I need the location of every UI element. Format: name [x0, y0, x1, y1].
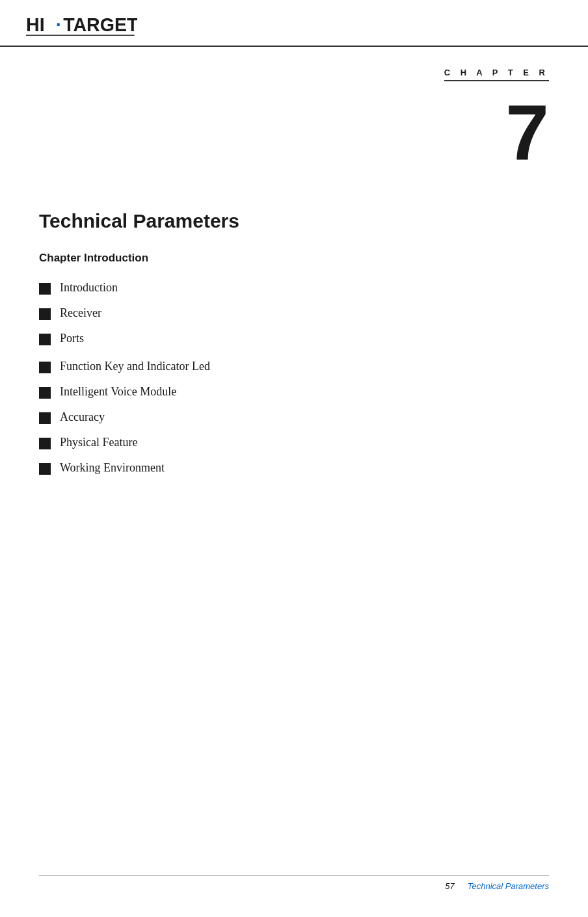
list-item: Accuracy — [39, 410, 549, 424]
toc-label: Working Environment — [60, 461, 165, 475]
list-item: Intelligent Voice Module — [39, 385, 549, 399]
footer: 57 Technical Parameters — [0, 875, 588, 891]
toc-list: Introduction Receiver Ports Function Key… — [39, 281, 549, 475]
bullet-icon — [39, 362, 51, 373]
page: HI · TARGET C H A P T E R 7 Technical Pa… — [0, 0, 588, 917]
list-item: Physical Feature — [39, 436, 549, 449]
bullet-icon — [39, 387, 51, 399]
chapter-section: C H A P T E R 7 — [0, 47, 588, 184]
page-number: 57 — [445, 881, 454, 891]
bullet-icon — [39, 283, 51, 295]
list-item: Working Environment — [39, 461, 549, 475]
bullet-icon — [39, 308, 51, 320]
list-item: Function Key and Indicator Led — [39, 360, 549, 373]
page-title: Technical Parameters — [39, 210, 549, 232]
chapter-label: C H A P T E R — [444, 68, 549, 81]
toc-label: Physical Feature — [60, 436, 137, 449]
bullet-icon — [39, 438, 51, 449]
chapter-number: 7 — [39, 93, 549, 171]
logo: HI · TARGET — [26, 12, 137, 38]
toc-label: Introduction — [60, 281, 118, 295]
list-item: Receiver — [39, 306, 549, 320]
footer-inner: 57 Technical Parameters — [39, 875, 549, 891]
logo-svg: HI · TARGET — [26, 12, 137, 38]
svg-text:HI: HI — [26, 14, 45, 35]
list-item: Introduction — [39, 281, 549, 295]
toc-label: Intelligent Voice Module — [60, 385, 176, 399]
bullet-icon — [39, 334, 51, 345]
bullet-icon — [39, 463, 51, 475]
list-item: Ports — [39, 332, 549, 345]
chapter-intro-title: Chapter Introduction — [39, 252, 549, 265]
toc-label: Ports — [60, 332, 84, 345]
toc-label: Accuracy — [60, 410, 105, 424]
main-content: Technical Parameters Chapter Introductio… — [0, 184, 588, 512]
bullet-icon — [39, 412, 51, 424]
toc-label: Function Key and Indicator Led — [60, 360, 210, 373]
footer-chapter-name: Technical Parameters — [468, 881, 549, 891]
svg-text:TARGET: TARGET — [63, 14, 137, 35]
toc-label: Receiver — [60, 306, 101, 320]
svg-text:·: · — [56, 14, 61, 35]
header: HI · TARGET — [0, 0, 588, 47]
